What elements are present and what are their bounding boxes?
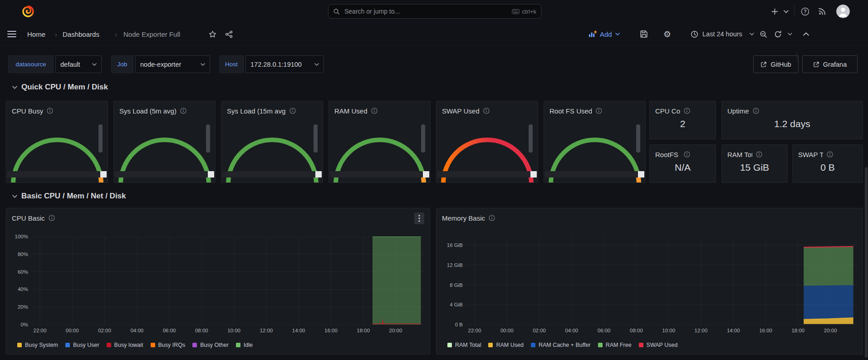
shortcut-label: ctrl+k [522, 8, 536, 15]
horizontal-scrollbar-thumb[interactable] [530, 171, 537, 178]
legend-item-busy-iowait[interactable]: Busy Iowait [107, 342, 143, 348]
gauge-arc [6, 101, 108, 183]
time-range-clock-icon[interactable] [691, 23, 698, 45]
info-icon[interactable] [49, 215, 55, 221]
page-scrollbar[interactable] [865, 167, 868, 358]
legend-item-busy-irqs[interactable]: Busy IRQs [151, 342, 186, 348]
refresh-icon[interactable] [774, 23, 782, 45]
row-quick-cpu-mem-disk[interactable]: Quick CPU / Mem / Disk [12, 83, 108, 92]
y-tick-label: 60% [18, 269, 28, 275]
legend-item-ram-cache-buffer[interactable]: RAM Cache + Buffer [531, 342, 591, 348]
vertical-scrollbar-thumb[interactable] [314, 124, 318, 153]
user-avatar[interactable] [836, 5, 850, 18]
github-link-button[interactable]: GitHub [753, 55, 799, 73]
variable-value-datasource[interactable]: default [55, 55, 102, 73]
y-tick-label: 0% [20, 322, 28, 327]
dashboard-settings-gear-icon[interactable]: ⚙ [663, 23, 671, 45]
variable-value-job[interactable]: node-exporter [135, 55, 210, 73]
breadcrumb-home[interactable]: Home [27, 23, 45, 45]
search-input[interactable] [343, 7, 512, 15]
add-chevron-down-icon [615, 33, 620, 35]
variable-value-host[interactable]: 172.28.0.1:19100 [245, 55, 324, 73]
panel-menu-kebab-icon[interactable] [414, 212, 424, 224]
variable-selected-option: node-exporter [140, 61, 181, 68]
stat-value: N/A [650, 162, 716, 173]
x-tick-label: 10:00 [227, 328, 240, 333]
row-basic-cpu-mem-net-disk[interactable]: Basic CPU / Mem / Net / Disk [12, 192, 126, 201]
horizontal-scrollbar-thumb[interactable] [100, 171, 107, 178]
panel-title[interactable]: CPU Basic [12, 214, 45, 222]
share-icon[interactable] [225, 23, 233, 45]
time-range-label[interactable]: Last 24 hours [702, 23, 742, 45]
vertical-scrollbar-thumb[interactable] [421, 124, 425, 153]
new-button[interactable] [771, 0, 778, 23]
info-icon[interactable] [753, 108, 759, 114]
panel-title[interactable]: CPU Cores [655, 107, 680, 115]
vertical-scrollbar-thumb[interactable] [636, 124, 640, 153]
horizontal-scrollbar-track[interactable] [222, 171, 322, 178]
x-tick-label: 18:00 [357, 328, 370, 333]
zoom-out-time-icon[interactable] [760, 23, 767, 45]
refresh-interval-chevron-icon[interactable] [788, 23, 792, 45]
panel-title[interactable]: RootFS Total [655, 151, 680, 158]
grafana-label: Grafana [823, 61, 847, 68]
favorite-star-icon[interactable] [209, 23, 216, 45]
time-range-chevron-down-icon[interactable] [750, 23, 754, 45]
info-icon[interactable] [827, 151, 833, 158]
horizontal-scrollbar-track[interactable] [545, 171, 644, 178]
horizontal-scrollbar-track[interactable] [7, 171, 107, 178]
legend-item-swap-used[interactable]: SWAP Used [639, 342, 678, 348]
global-search[interactable]: ctrl+k [328, 4, 541, 19]
save-dashboard-icon[interactable] [640, 23, 648, 45]
horizontal-scrollbar-thumb[interactable] [315, 171, 322, 178]
help-icon[interactable]: ? [801, 0, 809, 23]
grafana-link-button[interactable]: Grafana [802, 55, 858, 73]
vertical-scrollbar-thumb[interactable] [206, 124, 210, 153]
mega-menu-toggle[interactable] [7, 23, 16, 45]
panel-title[interactable]: Memory Basic [442, 214, 485, 222]
panel-title[interactable]: Uptime [727, 107, 749, 115]
grafana-logo-icon[interactable] [22, 5, 34, 18]
news-rss-icon[interactable] [818, 0, 826, 23]
x-tick-label: 12:00 [695, 328, 708, 333]
horizontal-scrollbar-thumb[interactable] [423, 171, 429, 178]
x-tick-label: 04:00 [130, 328, 143, 333]
legend-item-busy-user[interactable]: Busy User [65, 342, 99, 348]
horizontal-scrollbar-thumb[interactable] [638, 171, 644, 178]
panel-title[interactable]: SWAP Total [798, 151, 823, 158]
info-icon[interactable] [684, 151, 690, 158]
legend-item-busy-system[interactable]: Busy System [17, 342, 58, 348]
vertical-scrollbar-thumb[interactable] [529, 124, 533, 153]
x-tick-label: 00:00 [500, 328, 514, 333]
info-icon[interactable] [756, 151, 762, 158]
panel-title[interactable]: RAM Total [727, 151, 752, 158]
breadcrumb-dashboards[interactable]: Dashboards [63, 23, 99, 45]
add-panel-button[interactable]: Add [588, 23, 620, 45]
info-icon[interactable] [489, 215, 495, 221]
gauge-arc [221, 101, 323, 183]
row-title-label: Basic CPU / Mem / Net / Disk [21, 192, 126, 201]
legend-item-ram-used[interactable]: RAM Used [488, 342, 523, 348]
collapse-toolbar-caret-up-icon[interactable] [803, 23, 809, 45]
x-tick-label: 08:00 [195, 328, 208, 333]
horizontal-scrollbar-track[interactable] [437, 171, 537, 178]
legend-item-busy-other[interactable]: Busy Other [192, 342, 229, 348]
stat-value: 0 B [793, 162, 863, 173]
new-chevron-down-icon[interactable] [784, 0, 789, 23]
plot-area[interactable]: 0%20%40%60%80%100%22:0000:0002:0004:0006… [32, 237, 426, 325]
gauge-panel-cpu-busy: CPU Busy [6, 101, 108, 183]
x-tick-label: 14:00 [292, 328, 305, 333]
horizontal-scrollbar-thumb[interactable] [208, 171, 214, 178]
legend-item-idle[interactable]: Idle [236, 342, 253, 348]
legend-item-ram-total[interactable]: RAM Total [447, 342, 481, 348]
gauge-panel-swap-used: SWAP Used [436, 101, 538, 183]
info-icon[interactable] [684, 108, 690, 114]
plot-area[interactable]: 0 B4 GiB8 GiB12 GiB16 GiB22:0000:0002:00… [467, 237, 858, 325]
variable-label-datasource: datasource [8, 55, 54, 73]
x-tick-label: 16:00 [759, 328, 772, 333]
legend-item-ram-free[interactable]: RAM Free [598, 342, 632, 348]
horizontal-scrollbar-track[interactable] [115, 171, 214, 178]
vertical-scrollbar-thumb[interactable] [98, 124, 103, 153]
horizontal-scrollbar-track[interactable] [330, 171, 429, 178]
dashboard-toolbar: Home › Dashboards › Node Exporter Full A… [0, 23, 868, 46]
